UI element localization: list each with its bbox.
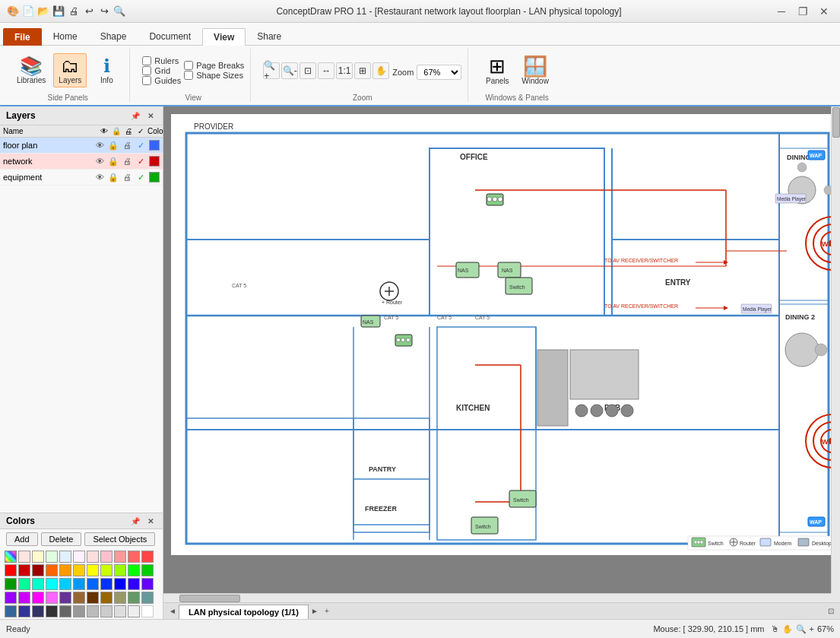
layer-floor-plan-print[interactable]: 🖨	[122, 140, 132, 151]
status-zoom-out-icon[interactable]: 🔍	[796, 624, 807, 634]
color-swatch[interactable]	[73, 605, 85, 617]
layer-equipment-print[interactable]: 🖨	[122, 172, 132, 183]
tab-end-button[interactable]: ⊡	[825, 603, 837, 619]
color-swatch[interactable]	[5, 564, 17, 576]
tab-file[interactable]: File	[3, 28, 42, 46]
tab-prev-button[interactable]: ◄	[166, 603, 179, 619]
color-swatch[interactable]	[128, 551, 140, 563]
color-swatch[interactable]	[128, 592, 140, 604]
color-swatch[interactable]	[100, 592, 113, 604]
color-swatch[interactable]	[32, 564, 44, 576]
layer-network-lock[interactable]: 🔒	[108, 156, 119, 167]
window-button[interactable]: 🪟 Window	[517, 52, 553, 89]
print-button[interactable]: 🖨	[67, 5, 81, 18]
color-swatch[interactable]	[59, 605, 71, 617]
zoom-select[interactable]: 25% 50% 67% 75% 100% 125% 150% 200%	[417, 65, 461, 80]
color-swatch[interactable]	[59, 551, 71, 563]
color-swatch[interactable]	[73, 592, 85, 604]
restore-button[interactable]: ❐	[793, 4, 813, 19]
color-swatch[interactable]	[114, 551, 126, 563]
color-swatch[interactable]	[32, 605, 44, 617]
layers-button[interactable]: 🗂 Layers	[53, 53, 87, 87]
save-button[interactable]: 💾	[52, 5, 65, 18]
status-zoom-in-icon[interactable]: +	[810, 624, 814, 633]
layer-equipment-visible[interactable]: 👁	[94, 172, 105, 183]
color-swatch[interactable]	[114, 578, 126, 590]
page-breaks-checkbox[interactable]: Page Breaks	[184, 61, 244, 70]
shape-sizes-checkbox[interactable]: Shape Sizes	[184, 71, 244, 80]
layers-pin-button[interactable]: 📌	[129, 110, 141, 122]
layer-floor-plan-color[interactable]	[149, 140, 160, 151]
zoom-actual-button[interactable]: 1:1	[336, 62, 353, 79]
layer-row-floor-plan[interactable]: floor plan 👁 🔒 🖨 ✓	[0, 138, 163, 154]
tab-view[interactable]: View	[202, 28, 246, 46]
color-swatch[interactable]	[5, 578, 17, 590]
color-swatch[interactable]	[141, 592, 154, 604]
fit-width-button[interactable]: ↔	[318, 62, 334, 79]
color-swatch[interactable]	[87, 551, 99, 563]
panels-button[interactable]: ⊞ Panels	[480, 52, 514, 89]
scroll-thumb-horizontal[interactable]	[179, 595, 240, 602]
color-swatch[interactable]	[87, 605, 99, 617]
fit-page-button[interactable]: ⊡	[300, 62, 316, 79]
close-button[interactable]: ✕	[814, 4, 834, 19]
color-swatch[interactable]	[32, 578, 44, 590]
tab-home[interactable]: Home	[42, 27, 89, 45]
layer-network-print[interactable]: 🖨	[122, 156, 132, 167]
layer-floor-plan-check[interactable]: ✓	[135, 140, 146, 151]
scroll-thumb-vertical[interactable]	[832, 107, 840, 138]
color-swatch[interactable]	[141, 578, 154, 590]
color-swatch[interactable]	[87, 564, 99, 576]
layer-equipment-color[interactable]	[149, 172, 160, 183]
canvas-area[interactable]: PROVIDER OFFICE ENTRY DINING 1	[163, 106, 840, 602]
guides-checkbox[interactable]: Guides	[142, 76, 181, 85]
color-swatch[interactable]	[73, 551, 85, 563]
zoom-out-button[interactable]: 🔍-	[281, 62, 298, 79]
color-swatch[interactable]	[59, 578, 71, 590]
select-objects-button[interactable]: Select Objects	[84, 532, 155, 546]
layer-row-network[interactable]: network 👁 🔒 🖨 ✓	[0, 154, 163, 170]
pan-button[interactable]: ✋	[372, 62, 389, 79]
color-swatch[interactable]	[100, 605, 113, 617]
color-swatch[interactable]	[18, 551, 30, 563]
color-swatch[interactable]	[114, 592, 126, 604]
color-swatch[interactable]	[46, 551, 58, 563]
layers-close-button[interactable]: ✕	[144, 110, 157, 122]
color-swatch[interactable]	[100, 564, 113, 576]
color-swatch[interactable]	[46, 592, 58, 604]
color-swatch[interactable]	[128, 564, 140, 576]
color-swatch-picker[interactable]	[5, 551, 17, 563]
minimize-button[interactable]: ─	[772, 4, 791, 19]
layer-equipment-check[interactable]: ✓	[135, 172, 146, 183]
color-swatch[interactable]	[100, 551, 113, 563]
layer-network-check[interactable]: ✓	[135, 156, 146, 167]
color-swatch[interactable]	[5, 605, 17, 617]
color-swatch[interactable]	[100, 578, 113, 590]
color-swatch[interactable]	[46, 578, 58, 590]
color-swatch[interactable]	[59, 564, 71, 576]
tab-lan-physical[interactable]: LAN physical topology (1/1)	[179, 605, 309, 619]
grid-checkbox[interactable]: Grid	[142, 66, 181, 75]
color-swatch[interactable]	[73, 564, 85, 576]
vertical-scrollbar[interactable]	[831, 106, 840, 593]
color-swatch[interactable]	[128, 605, 140, 617]
layer-row-equipment[interactable]: equipment 👁 🔒 🖨 ✓	[0, 170, 163, 186]
layer-floor-plan-visible[interactable]: 👁	[94, 140, 105, 151]
colors-close-button[interactable]: ✕	[144, 515, 157, 527]
tab-shape[interactable]: Shape	[89, 27, 138, 45]
color-swatch[interactable]	[18, 564, 30, 576]
tab-next-button[interactable]: ►	[309, 603, 321, 619]
color-swatch[interactable]	[18, 578, 30, 590]
color-swatch[interactable]	[46, 605, 58, 617]
color-swatch[interactable]	[5, 592, 17, 604]
color-swatch[interactable]	[59, 592, 71, 604]
layer-equipment-lock[interactable]: 🔒	[108, 172, 119, 183]
color-swatch[interactable]	[141, 551, 154, 563]
color-swatch[interactable]	[114, 605, 126, 617]
delete-color-button[interactable]: Delete	[41, 532, 82, 546]
redo-button[interactable]: ↪	[97, 5, 111, 18]
libraries-button[interactable]: 📚 Libraries	[12, 53, 50, 87]
tab-share[interactable]: Share	[246, 27, 293, 45]
info-button[interactable]: ℹ Info	[90, 53, 123, 87]
color-swatch[interactable]	[87, 592, 99, 604]
